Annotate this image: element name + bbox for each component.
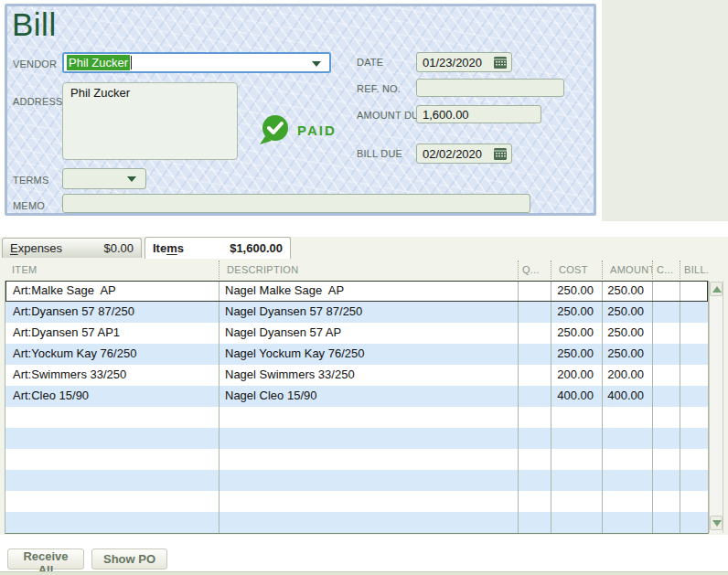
cell-cost[interactable] bbox=[551, 428, 602, 449]
cell-q[interactable] bbox=[518, 281, 551, 302]
cell-bill[interactable] bbox=[680, 281, 709, 302]
date-field[interactable]: 01/23/2020 bbox=[416, 52, 512, 72]
cell-amount[interactable]: 250.00 bbox=[602, 344, 652, 365]
cell-item[interactable] bbox=[5, 449, 219, 470]
cell-bill[interactable] bbox=[680, 365, 709, 386]
calendar-icon[interactable] bbox=[494, 148, 507, 160]
table-row[interactable]: Art:Malke Sage APNagel Malke Sage AP250.… bbox=[5, 281, 708, 302]
cell-item[interactable]: Art:Cleo 15/90 bbox=[5, 386, 219, 407]
cell-q[interactable] bbox=[518, 365, 551, 386]
scroll-down-button[interactable] bbox=[710, 516, 723, 530]
table-row[interactable]: Art:Dyansen 57 AP1Nagel Dyansen 57 AP250… bbox=[5, 323, 708, 344]
scroll-up-button[interactable] bbox=[710, 282, 723, 296]
cell-cost[interactable] bbox=[551, 470, 602, 491]
table-row[interactable]: Art:Dyansen 57 87/250Nagel Dyansen 57 87… bbox=[5, 302, 708, 323]
cell-bill[interactable] bbox=[680, 344, 709, 365]
column-header-billable[interactable]: BILL... bbox=[680, 261, 709, 279]
table-row[interactable] bbox=[5, 407, 708, 428]
cell-cost[interactable]: 400.00 bbox=[551, 386, 602, 407]
show-po-button[interactable]: Show PO bbox=[91, 548, 167, 570]
cell-c[interactable] bbox=[652, 512, 680, 533]
cell-desc[interactable]: Nagel Swimmers 33/250 bbox=[219, 365, 518, 386]
cell-c[interactable] bbox=[652, 428, 680, 449]
tab-items[interactable]: Items $1,600.00 bbox=[145, 237, 291, 259]
cell-amount[interactable] bbox=[602, 407, 652, 428]
column-header-customer[interactable]: C... bbox=[652, 261, 680, 279]
cell-cost[interactable]: 250.00 bbox=[551, 344, 602, 365]
cell-bill[interactable] bbox=[680, 407, 709, 428]
cell-bill[interactable] bbox=[680, 302, 709, 323]
memo-field[interactable] bbox=[62, 194, 530, 213]
chevron-down-icon[interactable] bbox=[312, 61, 321, 67]
cell-desc[interactable] bbox=[219, 470, 518, 491]
cell-desc[interactable] bbox=[219, 428, 518, 449]
cell-c[interactable] bbox=[652, 323, 680, 344]
cell-desc[interactable]: Nagel Dyansen 57 AP bbox=[219, 323, 518, 344]
cell-cost[interactable] bbox=[551, 407, 602, 428]
cell-c[interactable] bbox=[652, 344, 680, 365]
cell-q[interactable] bbox=[518, 302, 551, 323]
cell-c[interactable] bbox=[652, 281, 680, 302]
cell-amount[interactable] bbox=[602, 512, 652, 533]
cell-bill[interactable] bbox=[680, 386, 709, 407]
cell-item[interactable] bbox=[5, 491, 219, 512]
tab-expenses[interactable]: Expenses $0.00 bbox=[2, 238, 142, 258]
cell-c[interactable] bbox=[652, 386, 680, 407]
cell-c[interactable] bbox=[652, 491, 680, 512]
cell-c[interactable] bbox=[652, 470, 680, 491]
cell-item[interactable] bbox=[5, 407, 219, 428]
cell-amount[interactable]: 250.00 bbox=[602, 323, 652, 344]
column-header-item[interactable]: ITEM bbox=[5, 261, 219, 279]
cell-q[interactable] bbox=[518, 428, 551, 449]
cell-desc[interactable] bbox=[219, 512, 518, 533]
cell-item[interactable] bbox=[5, 428, 219, 449]
cell-amount[interactable] bbox=[602, 428, 652, 449]
cell-item[interactable]: Art:Dyansen 57 87/250 bbox=[5, 302, 219, 323]
table-row[interactable] bbox=[5, 491, 708, 512]
table-row[interactable] bbox=[5, 512, 708, 533]
amount-due-field[interactable]: 1,600.00 bbox=[416, 105, 541, 123]
terms-dropdown[interactable] bbox=[62, 168, 146, 189]
column-header-cost[interactable]: COST bbox=[551, 261, 602, 279]
cell-c[interactable] bbox=[652, 449, 680, 470]
cell-q[interactable] bbox=[518, 449, 551, 470]
cell-q[interactable] bbox=[518, 386, 551, 407]
cell-item[interactable] bbox=[5, 470, 219, 491]
cell-cost[interactable] bbox=[551, 512, 602, 533]
receive-all-button[interactable]: Receive All bbox=[7, 548, 84, 570]
cell-q[interactable] bbox=[518, 407, 551, 428]
cell-item[interactable]: Art:Swimmers 33/250 bbox=[5, 365, 219, 386]
cell-bill[interactable] bbox=[680, 428, 709, 449]
cell-item[interactable]: Art:Dyansen 57 AP1 bbox=[5, 323, 219, 344]
cell-amount[interactable] bbox=[602, 449, 652, 470]
table-row[interactable]: Art:Swimmers 33/250Nagel Swimmers 33/250… bbox=[5, 365, 708, 386]
cell-desc[interactable] bbox=[219, 491, 518, 512]
table-row[interactable]: Art:Yockum Kay 76/250Nagel Yockum Kay 76… bbox=[5, 344, 708, 365]
address-field[interactable]: Phil Zucker bbox=[62, 82, 238, 160]
cell-desc[interactable] bbox=[219, 407, 518, 428]
bill-due-field[interactable]: 02/02/2020 bbox=[416, 144, 512, 164]
cell-amount[interactable] bbox=[602, 470, 652, 491]
cell-desc[interactable]: Nagel Malke Sage AP bbox=[219, 281, 518, 302]
cell-amount[interactable]: 250.00 bbox=[602, 281, 652, 302]
cell-c[interactable] bbox=[652, 302, 680, 323]
cell-cost[interactable] bbox=[551, 491, 602, 512]
table-row[interactable]: Art:Cleo 15/90Nagel Cleo 15/90400.00400.… bbox=[5, 386, 708, 407]
cell-q[interactable] bbox=[518, 512, 551, 533]
table-row[interactable] bbox=[5, 428, 708, 449]
table-row[interactable] bbox=[5, 449, 708, 470]
column-header-description[interactable]: DESCRIPTION bbox=[219, 261, 518, 279]
cell-amount[interactable]: 200.00 bbox=[602, 365, 652, 386]
cell-cost[interactable] bbox=[551, 449, 602, 470]
cell-q[interactable] bbox=[518, 323, 551, 344]
ref-no-field[interactable] bbox=[416, 79, 564, 97]
vertical-scrollbar[interactable] bbox=[709, 281, 723, 533]
cell-c[interactable] bbox=[652, 407, 680, 428]
cell-bill[interactable] bbox=[680, 323, 709, 344]
cell-amount[interactable]: 400.00 bbox=[602, 386, 652, 407]
cell-cost[interactable]: 200.00 bbox=[551, 365, 602, 386]
vendor-combobox[interactable]: Phil Zucker bbox=[62, 52, 331, 73]
cell-desc[interactable]: Nagel Yockum Kay 76/250 bbox=[219, 344, 518, 365]
chevron-down-icon[interactable] bbox=[127, 176, 136, 182]
cell-bill[interactable] bbox=[680, 491, 709, 512]
